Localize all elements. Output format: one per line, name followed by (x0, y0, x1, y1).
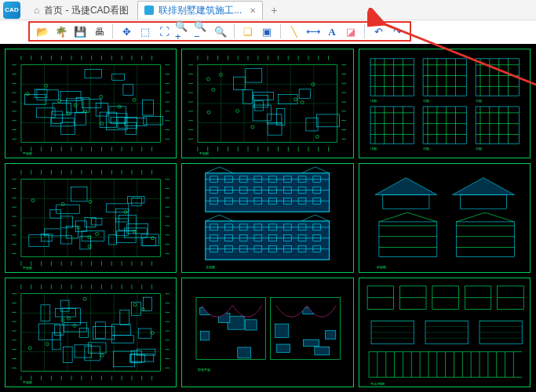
tab-document[interactable]: 联排别墅建筑施工... ✕ (137, 1, 263, 20)
svg-rect-446 (38, 324, 60, 340)
svg-rect-463 (95, 322, 105, 339)
zoom-out-button[interactable]: 🔍− (194, 24, 210, 39)
zoom-window-icon: ⬚ (140, 27, 150, 37)
svg-rect-75 (76, 97, 89, 112)
zoom-out-icon: 🔍− (194, 21, 210, 42)
drawing-canvas[interactable]: 平面图平面图详图详图详图详图详图详图平面图立面图剖面图平面图彩色平面节点/明细 (0, 44, 536, 392)
svg-rect-298 (66, 227, 78, 239)
svg-rect-283 (116, 231, 136, 243)
svg-rect-284 (71, 187, 87, 201)
measure-button[interactable]: ╲ (286, 24, 302, 39)
drawing-sheet-2[interactable]: 详图详图详图详图详图详图 (359, 49, 531, 158)
svg-rect-56 (60, 92, 81, 101)
print-button[interactable]: 🖶 (91, 24, 107, 39)
svg-point-473 (61, 318, 64, 321)
tab-label: 联排别墅建筑施工... (159, 4, 242, 17)
svg-point-89 (26, 93, 29, 96)
svg-rect-462 (79, 328, 88, 337)
erase-button[interactable]: ◪ (343, 24, 359, 39)
redo-icon: ↷ (393, 27, 402, 37)
drawing-sheet-6[interactable]: 平面图 (5, 278, 177, 387)
svg-rect-297 (42, 234, 52, 241)
svg-point-163 (212, 88, 215, 91)
svg-rect-483 (246, 320, 257, 330)
save-button[interactable]: 💾 (72, 24, 88, 39)
tab-home[interactable]: ⌂ 首页 - 迅捷CAD看图 (27, 1, 136, 20)
svg-point-84 (100, 95, 103, 98)
open-file-button[interactable]: 📂 (35, 24, 50, 39)
svg-point-314 (96, 232, 99, 235)
svg-rect-218 (476, 107, 519, 143)
svg-rect-152 (255, 101, 264, 111)
drawing-sheet-8[interactable]: 节点/明细 (359, 278, 531, 387)
svg-rect-209 (423, 107, 466, 143)
svg-text:详图: 详图 (476, 99, 482, 103)
svg-text:节点/明细: 节点/明细 (370, 382, 385, 386)
svg-text:详图: 详图 (370, 99, 377, 103)
pan-button[interactable]: ✥ (119, 24, 134, 39)
svg-rect-377 (460, 194, 506, 209)
toolbar-region: 📂🌴💾🖶✥⬚⛶🔍+🔍−🔍❏▣╲⟷A◪↶↷ (0, 20, 536, 44)
svg-point-171 (220, 73, 223, 76)
svg-point-474 (83, 297, 86, 300)
drawing-sheet-7[interactable]: 彩色平面 (181, 278, 353, 387)
drawing-sheet-1[interactable]: 平面图 (181, 49, 353, 158)
svg-rect-306 (141, 234, 159, 246)
undo-icon: ↶ (374, 27, 383, 37)
svg-rect-382 (456, 222, 514, 256)
svg-rect-173 (370, 59, 414, 96)
drawing-sheet-3[interactable]: 平面图 (5, 163, 177, 273)
new-tab-button[interactable]: + (264, 4, 283, 16)
svg-rect-60 (112, 74, 125, 80)
svg-rect-457 (93, 326, 115, 339)
svg-rect-77 (85, 69, 102, 78)
svg-rect-74 (109, 107, 126, 122)
svg-rect-66 (144, 117, 162, 125)
svg-rect-64 (111, 117, 126, 123)
svg-rect-449 (120, 310, 129, 325)
svg-rect-492 (275, 324, 289, 337)
zoom-in-button[interactable]: 🔍+ (175, 24, 191, 39)
svg-rect-299 (92, 218, 102, 224)
zoom-select-icon: ⛶ (159, 27, 170, 37)
zoom-select-button[interactable]: ⛶ (156, 24, 172, 39)
svg-point-169 (316, 135, 319, 138)
svg-rect-447 (114, 351, 135, 367)
svg-rect-290 (132, 198, 142, 206)
separator (234, 24, 235, 38)
svg-text:彩色平面: 彩色平面 (198, 368, 210, 372)
view-3d-iso-button[interactable]: ❏ (240, 24, 256, 39)
svg-point-308 (31, 199, 35, 202)
svg-rect-319 (206, 173, 330, 212)
svg-point-165 (207, 78, 210, 81)
print-icon: 🖶 (94, 27, 104, 37)
drawing-sheet-4[interactable]: 立面图 (181, 163, 353, 273)
svg-text:平面图: 平面图 (23, 151, 32, 155)
tree-view-button[interactable]: 🌴 (53, 24, 69, 39)
dimension-button[interactable]: ⟷ (305, 24, 321, 39)
svg-point-168 (294, 98, 297, 101)
drawing-sheet-5[interactable]: 剖面图 (359, 163, 531, 273)
view-3d-box-button[interactable]: ▣ (259, 24, 275, 39)
text-button[interactable]: A (324, 24, 340, 39)
svg-rect-490 (315, 347, 330, 355)
svg-rect-72 (123, 85, 133, 96)
zoom-window-button[interactable]: ⬚ (137, 24, 153, 39)
svg-point-469 (133, 303, 137, 307)
svg-rect-69 (96, 103, 108, 116)
undo-button[interactable]: ↶ (370, 24, 386, 39)
open-file-icon: 📂 (36, 27, 49, 37)
zoom-fit-button[interactable]: 🔍 (213, 24, 228, 39)
svg-rect-464 (54, 325, 64, 335)
close-icon[interactable]: ✕ (250, 6, 256, 15)
svg-text:平面图: 平面图 (23, 380, 32, 384)
svg-point-164 (251, 125, 254, 129)
text-icon: A (328, 27, 335, 37)
svg-rect-149 (306, 118, 318, 131)
redo-button[interactable]: ↷ (389, 24, 405, 39)
drawing-sheet-0[interactable]: 平面图 (5, 49, 177, 158)
svg-rect-58 (142, 100, 153, 115)
tab-label: 首页 - 迅捷CAD看图 (44, 4, 129, 17)
svg-rect-289 (128, 196, 144, 203)
erase-icon: ◪ (346, 27, 356, 37)
